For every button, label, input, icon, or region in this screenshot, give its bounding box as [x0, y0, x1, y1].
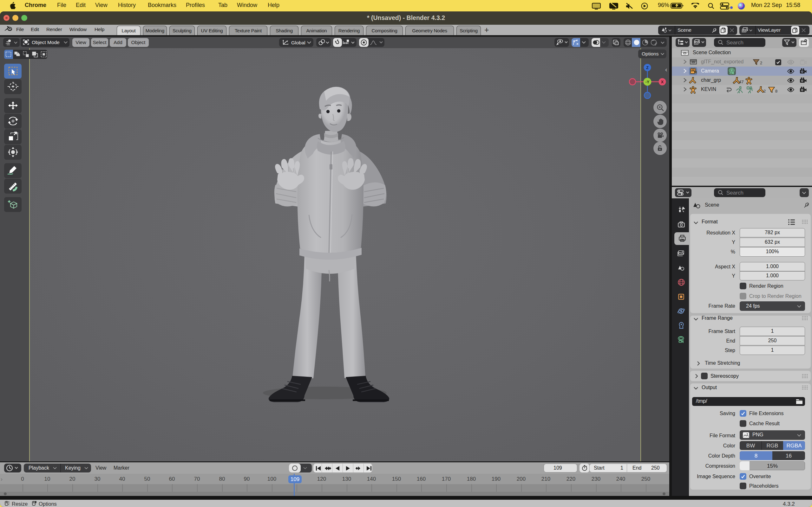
svg-text:Z: Z — [646, 66, 649, 70]
svg-text:X: X — [661, 80, 664, 84]
svg-text:-Y: -Y — [646, 80, 650, 84]
